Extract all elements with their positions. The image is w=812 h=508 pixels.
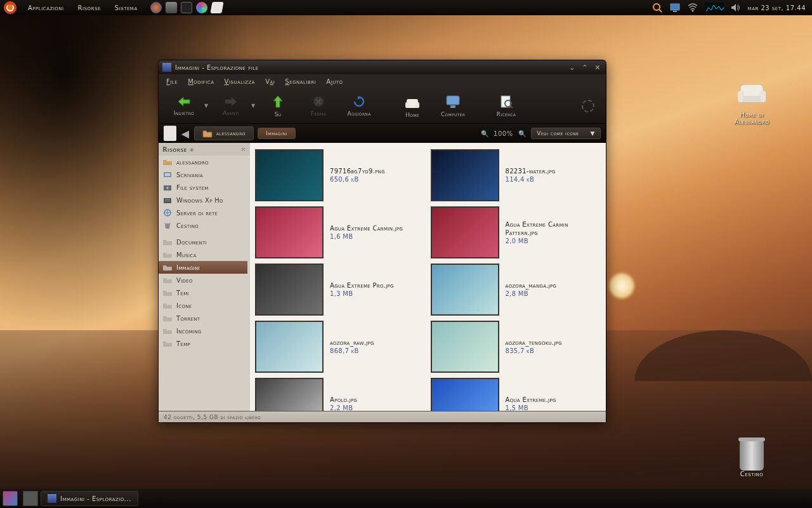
folder-icon (202, 129, 213, 138)
taskbar-item-filemanager[interactable]: Immagini - Esplorazio... (41, 491, 138, 506)
file-item[interactable]: Agua Extreme Carmin Pattern.jpg2,0 MB (431, 206, 601, 258)
folder-icon (162, 314, 173, 323)
search-icon[interactable] (652, 2, 663, 13)
workspace-switcher[interactable] (23, 491, 38, 506)
panel-menu-places[interactable]: Risorse (72, 4, 107, 11)
desktop-home-folder[interactable]: Home di Alessandro (723, 73, 780, 125)
close-button[interactable]: ✕ (593, 63, 602, 72)
file-item[interactable]: 82231-water.jpg114,4 kB (431, 149, 601, 201)
file-thumbnail (431, 206, 499, 258)
menu-go[interactable]: Vai (260, 78, 280, 85)
svg-point-4 (691, 10, 693, 12)
display-icon[interactable] (669, 2, 681, 13)
sidebar-folder-temi[interactable]: Temi (159, 286, 250, 299)
svg-rect-9 (743, 96, 761, 102)
app-launcher-icon[interactable] (166, 2, 177, 13)
home-button[interactable]: Home (392, 90, 433, 123)
menubar: File Modifica Visualizza Vai Segnalibri … (159, 74, 606, 88)
svg-rect-3 (673, 11, 677, 12)
sidebar-folder-icone[interactable]: Icone (159, 299, 250, 312)
folder-icon (162, 237, 173, 246)
panel-menu-apps[interactable]: Applicazioni (22, 4, 70, 11)
wifi-icon[interactable] (687, 2, 698, 13)
panel-menu-system[interactable]: Sistema (108, 4, 144, 11)
crumb-current[interactable]: Immagini (258, 128, 296, 139)
stop-button[interactable]: Ferma (298, 90, 339, 123)
folder-icon (162, 301, 173, 310)
sidebar-folder-musica[interactable]: Musica (159, 248, 250, 261)
zoom-out-button[interactable]: 🔍 (481, 130, 489, 137)
back-dropdown[interactable]: ▼ (204, 103, 211, 109)
desktop-trash[interactable]: Cestino (723, 435, 780, 478)
sidebar-item-label: Cestino (176, 222, 199, 229)
window-titlebar[interactable]: Immagini - Esplorazione file ⌄ ⌃ ✕ (159, 60, 606, 74)
firefox-icon[interactable] (150, 2, 162, 13)
sidebar-folder-immagini[interactable]: Immagini (159, 261, 247, 274)
sidebar-folder-incoming[interactable]: Incoming (159, 324, 250, 337)
file-size: 1,3 MB (330, 290, 394, 298)
sidebar-close-button[interactable]: ✕ (240, 146, 246, 153)
toolbar: Indietro ▼ Avanti ▼ Su Ferma Aggiorna Ho… (159, 88, 606, 124)
sidebar-place-2[interactable]: File system (159, 181, 250, 194)
file-item[interactable]: aozora_raw.jpg868,7 kB (255, 321, 426, 373)
sidebar-folder-documenti[interactable]: Documenti (159, 236, 250, 248)
file-name: aozora_manga.jpg (506, 281, 557, 290)
file-item[interactable]: aozora_manga.jpg2,8 MB (431, 264, 601, 316)
file-item[interactable]: Agua Extreme Pro.jpg1,3 MB (255, 264, 426, 316)
crumb-home[interactable]: alessandro (194, 126, 254, 140)
network-monitor-icon[interactable] (705, 2, 724, 13)
maximize-button[interactable]: ⌃ (580, 63, 589, 72)
sidebar-place-1[interactable]: Scrivania (159, 168, 250, 181)
file-thumbnail (431, 149, 499, 201)
forward-dropdown[interactable]: ▼ (251, 103, 258, 109)
forward-button[interactable]: Avanti (211, 90, 251, 123)
sidebar-item-label: Immagini (176, 264, 200, 271)
file-item[interactable]: aozora_tengoku.jpg835,7 kB (431, 321, 601, 373)
view-mode-select[interactable]: Vedi come icone▼ (531, 128, 601, 139)
app-icon-1[interactable] (196, 2, 207, 13)
minimize-button[interactable]: ⌄ (568, 63, 577, 72)
sidebar: Risorse◉ ✕ alessandroScrivaniaFile syste… (159, 143, 250, 411)
search-button[interactable]: Ricerca (486, 90, 527, 123)
sidebar-item-label: Temi (176, 290, 189, 297)
app-icon-2[interactable] (210, 2, 223, 13)
file-thumbnail (255, 378, 324, 411)
file-item[interactable]: 79716bg7yd9.png650,6 kB (255, 149, 426, 201)
reload-button[interactable]: Aggiorna (339, 90, 379, 123)
place-icon (162, 157, 173, 166)
file-item[interactable]: Agua Extreme Carmin.jpg1,6 MB (255, 206, 426, 258)
menu-help[interactable]: Aiuto (321, 78, 348, 85)
volume-icon[interactable] (730, 2, 742, 13)
show-desktop-button[interactable] (3, 491, 18, 506)
sidebar-folder-video[interactable]: Video (159, 274, 250, 286)
computer-button[interactable]: Computer (433, 90, 473, 123)
zoom-in-button[interactable]: 🔍 (518, 130, 527, 137)
sidebar-place-4[interactable]: Server di rete (159, 206, 250, 219)
sidebar-place-5[interactable]: Cestino (159, 219, 250, 232)
sidebar-folder-temp[interactable]: Temp (159, 337, 250, 350)
sidebar-item-label: alessandro (176, 159, 209, 166)
panel-clock[interactable]: mar 23 set, 17.44 (748, 4, 806, 11)
ubuntu-logo-icon[interactable] (4, 1, 16, 14)
sidebar-place-3[interactable]: Windows Xp Hd (159, 194, 250, 206)
back-button[interactable]: Indietro (164, 90, 204, 123)
menu-bookmarks[interactable]: Segnalibri (280, 78, 321, 85)
file-thumbnail (255, 264, 324, 316)
menu-edit[interactable]: Modifica (183, 78, 219, 85)
file-content-area[interactable]: 79716bg7yd9.png650,6 kB82231-water.jpg11… (250, 143, 606, 411)
svg-rect-12 (405, 102, 409, 108)
up-button[interactable]: Su (258, 90, 298, 123)
text-mode-button[interactable] (164, 126, 176, 141)
menu-file[interactable]: File (161, 78, 183, 85)
file-name: aozora_tengoku.jpg (506, 338, 563, 347)
crumb-scroll-left[interactable]: ◀ (180, 127, 190, 140)
sidebar-dropdown-icon[interactable]: ◉ (190, 147, 194, 152)
sidebar-folder-torrent[interactable]: Torrent (159, 312, 250, 324)
file-item[interactable]: Aqua Extreme.jpg1,5 MB (431, 378, 601, 411)
menu-view[interactable]: Visualizza (219, 78, 261, 85)
status-text: 42 oggetti, 5,5 GB di spazio libero (164, 414, 261, 420)
terminal-icon[interactable] (181, 2, 192, 13)
file-item[interactable]: Apolo.jpg2,2 MB (255, 378, 426, 411)
sidebar-place-0[interactable]: alessandro (159, 156, 250, 168)
file-name: Agua Extreme Carmin.jpg (330, 224, 403, 232)
